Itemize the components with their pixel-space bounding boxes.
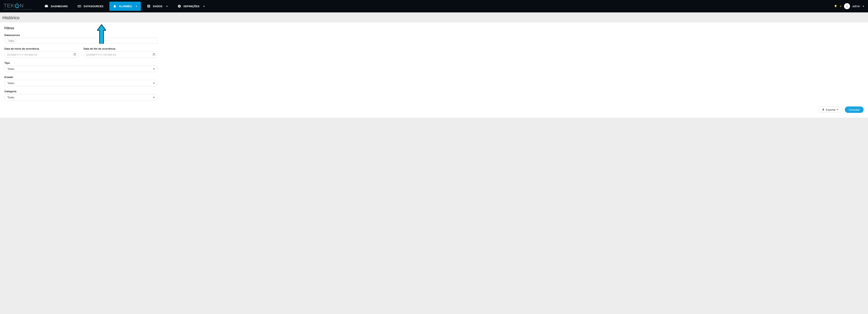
chevron-down-icon: ▼ xyxy=(203,5,205,7)
filters-card: Filtros Datasources Todos Data de início… xyxy=(0,22,868,118)
nav-alarmes-label: ALARMES xyxy=(119,5,132,8)
user-name: admin xyxy=(852,5,860,8)
datasources-label: Datasources xyxy=(4,34,864,37)
calendar-icon[interactable] xyxy=(153,53,155,56)
chevron-down-icon: ▼ xyxy=(153,68,155,70)
estado-value: Todos xyxy=(7,82,14,85)
export-icon xyxy=(822,108,825,111)
date-end-input-wrap[interactable] xyxy=(84,51,158,58)
nav-alarmes[interactable]: ALARMES ▼ xyxy=(110,2,141,11)
tipo-select[interactable]: Todos ▼ xyxy=(4,66,158,72)
nav-datasources[interactable]: DATASOURCES xyxy=(74,2,107,11)
chevron-down-icon: ▼ xyxy=(837,109,839,111)
calendar-icon[interactable] xyxy=(73,53,76,56)
chevron-down-icon: ▼ xyxy=(153,96,155,98)
bell-icon xyxy=(113,4,117,8)
user-avatar[interactable] xyxy=(844,3,850,9)
chevron-down-icon: ▼ xyxy=(166,5,168,7)
date-end-input[interactable] xyxy=(86,53,153,56)
nav-dashboard-label: DASHBOARD xyxy=(51,5,68,8)
chevron-down-icon: ▼ xyxy=(135,5,137,7)
nav-definicoes-label: DEFINIÇÕES xyxy=(184,5,199,8)
estado-label: Estado xyxy=(4,76,864,79)
consultar-label: Consultar xyxy=(848,108,860,111)
filters-heading: Filtros xyxy=(4,26,864,30)
chevron-down-icon: ▼ xyxy=(153,82,155,84)
datasources-tag[interactable]: Todos xyxy=(6,39,17,42)
date-start-label: Data de início de ocorrência xyxy=(4,47,79,50)
chevron-down-icon: ▼ xyxy=(840,5,842,7)
nav-dashboard[interactable]: DASHBOARD xyxy=(41,2,71,11)
consultar-button[interactable]: Consultar xyxy=(845,107,864,113)
nav-dados[interactable]: DADOS ▼ xyxy=(143,2,172,11)
user-menu[interactable]: admin ▼ xyxy=(852,5,864,8)
categoria-select[interactable]: Todas ▼ xyxy=(4,94,158,101)
categoria-value: Todas xyxy=(7,96,14,99)
datasources-field[interactable]: Todos xyxy=(4,38,158,44)
gear-icon xyxy=(178,4,181,8)
date-end-label: Data de fim de ocorrência xyxy=(84,47,158,50)
tips-bulb[interactable]: ▼ xyxy=(834,5,842,8)
estado-select[interactable]: Todos ▼ xyxy=(4,80,158,86)
lightbulb-icon xyxy=(834,5,837,8)
chevron-down-icon: ▼ xyxy=(862,5,864,7)
date-start-input-wrap[interactable] xyxy=(4,51,79,58)
tipo-value: Todos xyxy=(7,67,14,70)
nav-datasources-label: DATASOURCES xyxy=(84,5,103,8)
person-icon xyxy=(845,5,848,8)
nav-dados-label: DADOS xyxy=(153,5,162,8)
dashboard-icon xyxy=(44,4,49,8)
nav-definicoes[interactable]: DEFINIÇÕES ▼ xyxy=(174,2,209,11)
date-start-input[interactable] xyxy=(7,53,73,56)
categoria-label: Categoria xyxy=(4,90,864,93)
tipo-label: Tipo xyxy=(4,61,864,64)
top-navbar: TEK⏻N WIRELESS SENSORS TECHNOLOGY DASHBO… xyxy=(0,0,868,12)
database-icon xyxy=(147,4,151,8)
page-title: Histórico xyxy=(0,12,868,22)
datasources-icon xyxy=(78,4,81,8)
export-label: Exportar xyxy=(826,108,836,111)
brand-logo: TEK⏻N WIRELESS SENSORS TECHNOLOGY xyxy=(4,3,33,10)
export-button[interactable]: Exportar ▼ xyxy=(818,107,842,113)
